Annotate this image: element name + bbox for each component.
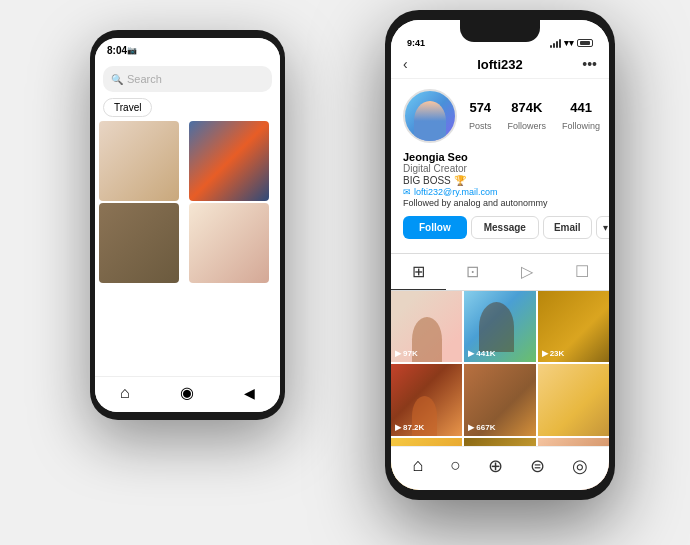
category-pill[interactable]: Travel: [103, 98, 152, 117]
more-options-button[interactable]: •••: [573, 56, 597, 72]
bio-title: Digital Creator: [403, 163, 597, 174]
status-icons: ▾▾: [550, 38, 593, 48]
more-button[interactable]: ▾: [596, 216, 609, 239]
front-notch: [460, 20, 540, 42]
photo-count-3: ▶23K: [542, 349, 565, 358]
photo-item-2[interactable]: ▶441K: [464, 291, 535, 362]
email-button[interactable]: Email: [543, 216, 592, 239]
followers-label: Followers: [508, 121, 547, 131]
search-icon[interactable]: ◉: [180, 383, 194, 402]
signal-icon: [550, 39, 561, 48]
email-address[interactable]: lofti232@ry.mail.com: [414, 187, 498, 197]
back-grid: [99, 121, 276, 283]
back-phone: 8:04 📷 🔍 Search Travel ⌂ ◉ ◀: [90, 30, 285, 420]
back-search-bar[interactable]: 🔍 Search: [103, 66, 272, 92]
profile-username: lofti232: [427, 57, 573, 72]
photo-item-3[interactable]: ▶23K: [538, 291, 609, 362]
front-time: 9:41: [407, 38, 425, 48]
photo-count-1: ▶97K: [395, 349, 418, 358]
bio-section: Jeongia Seo Digital Creator BIG BOSS 🏆 ✉…: [403, 151, 597, 208]
bio-followed-by: Followed by analog and autonommy: [403, 198, 597, 208]
tab-reels[interactable]: ▷: [500, 254, 555, 290]
nav-home[interactable]: ⌂: [412, 455, 423, 476]
search-icon: 🔍: [111, 74, 123, 85]
back-arrow-button[interactable]: ‹: [403, 56, 427, 72]
profile-section: 574 Posts 874K Followers 441 Following: [391, 79, 609, 253]
photo-item-1[interactable]: ▶97K: [391, 291, 462, 362]
follow-button[interactable]: Follow: [403, 216, 467, 239]
bio-boss: BIG BOSS 🏆: [403, 175, 597, 186]
message-button[interactable]: Message: [471, 216, 539, 239]
avatar[interactable]: [403, 89, 457, 143]
back-grid-item[interactable]: [189, 121, 269, 201]
back-grid-item[interactable]: [99, 203, 179, 283]
photo-count-2: ▶441K: [468, 349, 495, 358]
front-phone: 9:41 ▾▾ ‹ lofti232 •••: [385, 10, 615, 500]
following-count: 441: [562, 100, 600, 115]
nav-add[interactable]: ⊕: [488, 455, 503, 477]
front-bottom-nav: ⌂ ○ ⊕ ⊜ ◎: [391, 446, 609, 490]
nav-shop[interactable]: ⊜: [530, 455, 545, 477]
back-grid-item[interactable]: [99, 121, 179, 201]
wifi-icon: ▾▾: [564, 38, 574, 48]
tab-tag[interactable]: ⊡: [446, 254, 501, 290]
scene: 8:04 📷 🔍 Search Travel ⌂ ◉ ◀: [0, 0, 690, 545]
following-stat: 441 Following: [562, 100, 600, 133]
back-time: 8:04: [107, 45, 127, 56]
tab-grid[interactable]: ⊞: [391, 254, 446, 290]
email-icon: ✉: [403, 187, 411, 197]
photo-item-4[interactable]: ▶87.2K: [391, 364, 462, 435]
following-label: Following: [562, 121, 600, 131]
home-icon[interactable]: ⌂: [120, 384, 130, 402]
photo-item-5[interactable]: ▶667K: [464, 364, 535, 435]
posts-count: 574: [469, 100, 492, 115]
back-bottom-bar: ⌂ ◉ ◀: [95, 376, 280, 412]
profile-tabs: ⊞ ⊡ ▷ ☐: [391, 253, 609, 291]
tab-tagged[interactable]: ☐: [555, 254, 610, 290]
action-buttons: Follow Message Email ▾: [403, 216, 597, 239]
followers-stat: 874K Followers: [508, 100, 547, 133]
back-arrow-icon[interactable]: ◀: [244, 385, 255, 401]
profile-top: 574 Posts 874K Followers 441 Following: [403, 89, 597, 143]
search-placeholder: Search: [127, 73, 162, 85]
nav-search[interactable]: ○: [450, 455, 461, 476]
bio-email: ✉ lofti232@ry.mail.com: [403, 187, 597, 197]
photo-count-4: ▶87.2K: [395, 423, 424, 432]
back-category: Travel: [103, 98, 272, 117]
photo-count-5: ▶667K: [468, 423, 495, 432]
profile-header: ‹ lofti232 •••: [391, 52, 609, 79]
posts-stat: 574 Posts: [469, 100, 492, 133]
back-grid-item[interactable]: [189, 203, 269, 283]
nav-profile[interactable]: ◎: [572, 455, 588, 477]
bio-name: Jeongia Seo: [403, 151, 597, 163]
posts-label: Posts: [469, 121, 492, 131]
battery-icon: [577, 39, 593, 47]
back-status-bar: 8:04 📷: [95, 38, 280, 62]
stats-row: 574 Posts 874K Followers 441 Following: [469, 100, 600, 133]
followers-count: 874K: [508, 100, 547, 115]
photo-item-6[interactable]: [538, 364, 609, 435]
